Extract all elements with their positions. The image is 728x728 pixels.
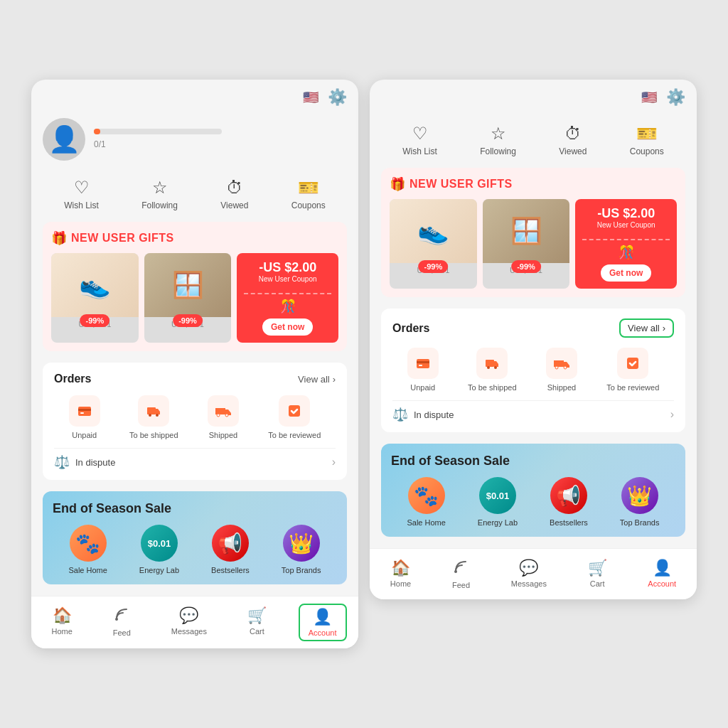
- order-unpaid[interactable]: Unpaid: [69, 395, 100, 439]
- screen1: 🇺🇸 ⚙️ 👤 0/1 ♡ Wish List ☆ Followi: [31, 80, 358, 649]
- s2-order-unpaid[interactable]: Unpaid: [407, 348, 439, 392]
- quick-link-coupons[interactable]: 🎫 Coupons: [291, 178, 326, 210]
- svg-rect-18: [627, 358, 638, 369]
- svg-point-6: [217, 414, 220, 417]
- s2-shipped-label: Shipped: [547, 383, 576, 392]
- s2-sale-home-label: Sale Home: [407, 518, 445, 527]
- gift-product-shoes[interactable]: 👟 -99% US $0.01: [51, 253, 139, 343]
- s2-quick-link-coupons[interactable]: 🎫 Coupons: [630, 124, 664, 156]
- s2-gift-product-blinds[interactable]: 🪟 -99% US $0.01: [483, 199, 570, 289]
- coupon-decoration-icon: 🎊: [280, 299, 296, 314]
- view-all-button[interactable]: View all ›: [298, 374, 336, 385]
- s2-order-to-be-shipped[interactable]: To be shipped: [468, 348, 517, 392]
- gear-icon-screen2[interactable]: ⚙️: [666, 88, 685, 107]
- s2-bestsellers-img: 📢: [550, 477, 587, 514]
- s2-quick-link-wish-list[interactable]: ♡ Wish List: [402, 124, 437, 156]
- s2-coupons-label: Coupons: [630, 146, 664, 156]
- s2-messages-icon: 💬: [519, 559, 538, 577]
- s2-in-dispute-row[interactable]: ⚖️ In dispute ›: [392, 400, 674, 422]
- s2-cart-icon: 🛒: [588, 559, 607, 577]
- eos-sale-home[interactable]: 🐾 Sale Home: [68, 525, 107, 574]
- to-be-reviewed-icon: [279, 395, 310, 427]
- order-to-be-reviewed[interactable]: To be reviewed: [268, 395, 321, 439]
- s2-quick-link-viewed[interactable]: ⏱ Viewed: [559, 124, 587, 156]
- s2-order-shipped[interactable]: Shipped: [546, 348, 577, 392]
- nav-feed[interactable]: Feed: [105, 604, 139, 641]
- flag-icon-screen1[interactable]: 🇺🇸: [301, 90, 321, 105]
- svg-point-19: [454, 570, 457, 573]
- s2-gifts-title-text: NEW USER GIFTS: [410, 178, 513, 191]
- s2-gift-product-shoes[interactable]: 👟 -99% US $0.01: [390, 199, 477, 289]
- s2-feed-nav-label: Feed: [452, 581, 470, 589]
- s2-to-be-shipped-label: To be shipped: [468, 383, 517, 392]
- eos-title: End of Season Sale: [53, 501, 337, 516]
- quick-link-following[interactable]: ☆ Following: [141, 178, 178, 210]
- shoes-image: 👟: [51, 253, 139, 317]
- gear-icon-screen1[interactable]: ⚙️: [328, 88, 347, 107]
- chevron-right-icon: ›: [333, 374, 336, 385]
- s2-get-now-button[interactable]: Get now: [601, 264, 651, 282]
- s2-quick-link-following[interactable]: ☆ Following: [480, 124, 516, 156]
- feed-nav-label: Feed: [113, 628, 131, 637]
- wish-list-label: Wish List: [64, 200, 99, 210]
- eos-bestsellers[interactable]: 📢 Bestsellers: [211, 525, 250, 574]
- s2-eos-bestsellers[interactable]: 📢 Bestsellers: [550, 477, 588, 527]
- nav-home[interactable]: 🏠 Home: [43, 604, 80, 641]
- eos-categories: 🐾 Sale Home $0.01 Energy Lab 📢 Bestselle…: [53, 525, 337, 574]
- orders-header: Orders View all ›: [54, 373, 336, 385]
- svg-point-14: [487, 366, 490, 369]
- s2-coupon-divider: [582, 239, 670, 240]
- s2-view-all-button[interactable]: View all ›: [619, 318, 674, 338]
- s2-eos-energy-lab[interactable]: $0.01 Energy Lab: [478, 477, 518, 527]
- messages-icon: 💬: [179, 606, 198, 625]
- feed-icon: [114, 606, 129, 626]
- progress-bar-fill: [94, 129, 100, 134]
- s2-nav-home[interactable]: 🏠 Home: [382, 556, 419, 592]
- s2-clock-icon: ⏱: [564, 124, 582, 144]
- order-to-be-shipped[interactable]: To be shipped: [129, 395, 178, 439]
- cart-nav-label: Cart: [250, 627, 264, 636]
- account-icon: 👤: [313, 608, 332, 626]
- nav-account[interactable]: 👤 Account: [299, 604, 347, 641]
- nav-messages[interactable]: 💬 Messages: [163, 604, 215, 641]
- svg-point-16: [555, 366, 558, 369]
- s2-nav-account[interactable]: 👤 Account: [639, 556, 685, 592]
- s2-nav-feed[interactable]: Feed: [444, 556, 478, 592]
- s2-in-dispute-chevron: ›: [670, 408, 674, 421]
- quick-link-viewed[interactable]: ⏱ Viewed: [220, 178, 248, 210]
- s2-star-icon: ☆: [491, 124, 506, 144]
- quick-links-screen2: ♡ Wish List ☆ Following ⏱ Viewed 🎫 Coupo…: [370, 112, 697, 168]
- s2-following-label: Following: [480, 146, 516, 156]
- gifts-banner-screen1: 🎁 NEW USER GIFTS 👟 -99% US $0.01 🪟 -99% …: [43, 222, 347, 352]
- s2-eos-top-brands[interactable]: 👑 Top Brands: [620, 477, 660, 527]
- in-dispute-row[interactable]: ⚖️ In dispute ›: [54, 448, 336, 470]
- gift-product-blinds[interactable]: 🪟 -99% US $0.01: [144, 253, 232, 343]
- quick-link-wish-list[interactable]: ♡ Wish List: [64, 178, 99, 210]
- clock-icon: ⏱: [226, 178, 243, 198]
- eos-top-brands[interactable]: 👑 Top Brands: [282, 525, 321, 574]
- eos-energy-lab[interactable]: $0.01 Energy Lab: [139, 525, 179, 574]
- discount-badge-blinds: -99%: [173, 314, 203, 327]
- flag-icon-screen2[interactable]: 🇺🇸: [639, 90, 659, 105]
- get-now-button[interactable]: Get now: [262, 318, 313, 336]
- s2-coupon-subtitle: New User Coupon: [597, 221, 655, 229]
- nav-cart[interactable]: 🛒 Cart: [239, 604, 275, 641]
- s2-unpaid-icon: [407, 348, 439, 379]
- s2-account-icon: 👤: [653, 559, 672, 577]
- unpaid-icon: [69, 395, 100, 427]
- s2-nav-cart[interactable]: 🛒 Cart: [579, 556, 616, 592]
- s2-discount-badge-shoes: -99%: [418, 260, 448, 273]
- s2-eos-sale-home[interactable]: 🐾 Sale Home: [407, 477, 445, 527]
- svg-rect-11: [417, 361, 429, 363]
- home-icon: 🏠: [53, 606, 72, 625]
- svg-rect-2: [80, 412, 84, 414]
- cart-icon: 🛒: [247, 606, 267, 625]
- unpaid-label: Unpaid: [72, 431, 97, 439]
- s2-nav-messages[interactable]: 💬 Messages: [503, 556, 555, 592]
- s2-account-nav-label: Account: [648, 579, 676, 588]
- top-bar-screen1: 🇺🇸 ⚙️: [31, 80, 358, 112]
- viewed-label: Viewed: [220, 200, 248, 210]
- order-shipped[interactable]: Shipped: [208, 395, 239, 439]
- sale-home-img: 🐾: [70, 525, 107, 562]
- s2-order-to-be-reviewed[interactable]: To be reviewed: [606, 348, 659, 392]
